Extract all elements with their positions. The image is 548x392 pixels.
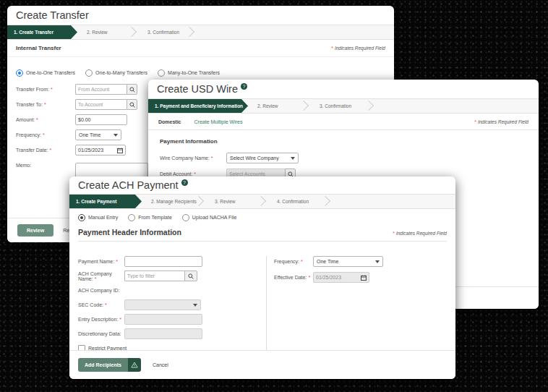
ach-company-name-row: ACH Company Name:* [78, 270, 266, 281]
search-icon [188, 273, 194, 279]
transfer-from-input[interactable] [75, 84, 127, 95]
transfer-section-row: Internal Transfer *Indicates Required Fi… [7, 40, 394, 57]
chevron-separator-icon [364, 101, 374, 111]
payment-name-row: Payment Name:* [78, 256, 266, 267]
step-confirmation: 3. Confirmation [138, 25, 196, 39]
entry-description-input[interactable] [124, 314, 202, 325]
step-review: 3. Review [205, 195, 267, 208]
window-title: Create Transfer [16, 9, 89, 21]
create-transfer-title: Create Transfer [7, 6, 394, 25]
ach-company-id-row: ACH Company ID: [78, 285, 266, 296]
chevron-separator-icon [194, 196, 204, 206]
radio-from-template[interactable] [128, 214, 135, 221]
chevron-down-icon [114, 134, 118, 137]
step-manage-recipients: 2. Manage Recipients [142, 195, 205, 208]
review-button[interactable]: Review [17, 224, 53, 237]
ach-frequency-row: Frequency:* One Time [274, 256, 447, 267]
create-ach-payment-window: Create ACH Payment ? 1. Create Payment 2… [69, 176, 455, 379]
entry-description-row: Entry Description:* [78, 314, 266, 325]
create-ach-payment-title: Create ACH Payment ? [69, 176, 455, 194]
payment-name-input[interactable] [124, 256, 202, 267]
transfer-date-input[interactable]: 01/25/2023 [75, 145, 126, 155]
chevron-down-icon [193, 304, 197, 307]
ach-frequency-select[interactable]: One Time [313, 256, 383, 267]
help-icon[interactable]: ? [181, 179, 188, 186]
transfer-wizard-stepper: 1. Create Transfer 2. Review 3. Confirma… [7, 25, 394, 40]
radio-one-to-one[interactable] [16, 69, 23, 77]
wire-company-row: Wire Company Name:* Select Wire Company [160, 153, 539, 163]
search-icon [129, 102, 135, 108]
create-multiple-wires-link[interactable]: Create Multiple Wires [194, 119, 243, 124]
account-search-button[interactable] [127, 84, 137, 95]
discretionary-data-row: Discretionary Data: [78, 328, 266, 339]
amount-input[interactable] [75, 114, 127, 125]
wire-tab-row: Domestic Create Multiple Wires *Indicate… [148, 114, 539, 130]
payment-information-heading: Payment Information [160, 138, 539, 145]
window-title: Create ACH Payment [78, 179, 179, 191]
required-field-note: *Indicates Required Field [331, 46, 385, 51]
payment-header-information-heading: Payment Header Information [78, 228, 181, 237]
step-review: 2. Review [248, 99, 310, 113]
calendar-icon [361, 275, 367, 281]
transfer-type-radio-group: One-to-One Transfers One-to-Many Transfe… [7, 67, 394, 78]
chevron-separator-icon [299, 101, 309, 111]
internal-transfer-label: Internal Transfer [16, 45, 61, 51]
chevron-separator-icon [184, 27, 194, 37]
ach-left-column: Payment Name:* ACH Company Name:* ACH Co… [78, 256, 266, 357]
required-field-note: *Indicates Required Field [474, 119, 528, 124]
chevron-down-icon [291, 157, 295, 160]
frequency-select[interactable]: One Time [75, 129, 121, 140]
chevron-separator-icon [127, 27, 137, 37]
chevron-separator-icon [320, 196, 330, 206]
effective-date-input[interactable]: 01/25/2023 [313, 272, 369, 283]
wire-wizard-stepper: 1. Payment and Beneficiary Information 2… [148, 98, 539, 114]
warning-icon [131, 362, 138, 368]
help-icon[interactable]: ? [241, 83, 247, 90]
search-icon [129, 87, 135, 93]
step-confirmation: 3. Confirmation [310, 99, 375, 113]
wire-company-select[interactable]: Select Wire Company [226, 153, 299, 163]
ach-company-name-input[interactable] [124, 270, 184, 281]
step-create-transfer: 1. Create Transfer [7, 25, 77, 39]
step-create-payment: 1. Create Payment [69, 195, 142, 208]
effective-date-row: Effective Date:* 01/25/2023 [274, 272, 447, 283]
ach-right-column: Frequency:* One Time Effective Date:* 01… [266, 256, 447, 357]
ach-entry-mode-radio-group: Manual Entry From Template Upload NACHA … [69, 212, 455, 223]
discretionary-data-input[interactable] [124, 328, 202, 339]
sec-code-row: SEC Code:* [78, 299, 266, 310]
step-payment-beneficiary: 1. Payment and Beneficiary Information [148, 99, 248, 113]
required-field-note: *Indicates Required Field [393, 231, 447, 236]
add-recipients-button[interactable]: Add Recipients [78, 358, 141, 372]
transfer-to-input[interactable] [75, 99, 127, 110]
account-search-button[interactable] [127, 99, 137, 110]
calendar-icon [117, 148, 123, 153]
radio-many-to-one[interactable] [158, 69, 165, 77]
company-search-button[interactable] [184, 270, 197, 281]
radio-one-to-many[interactable] [85, 69, 93, 77]
sec-code-select[interactable] [124, 299, 201, 310]
step-review: 2. Review [77, 25, 138, 39]
ach-footer: Add Recipients Cancel [69, 350, 455, 379]
chevron-separator-icon [256, 196, 266, 206]
cancel-link[interactable]: Cancel [153, 362, 168, 367]
tab-domestic[interactable]: Domestic [158, 119, 181, 124]
step-confirmation: 4. Confirmation [267, 195, 332, 208]
chevron-down-icon [375, 260, 380, 263]
ach-wizard-stepper: 1. Create Payment 2. Manage Recipients 3… [69, 194, 455, 209]
radio-manual-entry[interactable] [78, 214, 85, 221]
radio-upload-nacha[interactable] [182, 214, 189, 221]
create-usd-wire-title: Create USD Wire ? [148, 80, 539, 98]
ach-section-row: Payment Header Information *Indicates Re… [69, 228, 455, 237]
window-title: Create USD Wire [157, 83, 238, 95]
